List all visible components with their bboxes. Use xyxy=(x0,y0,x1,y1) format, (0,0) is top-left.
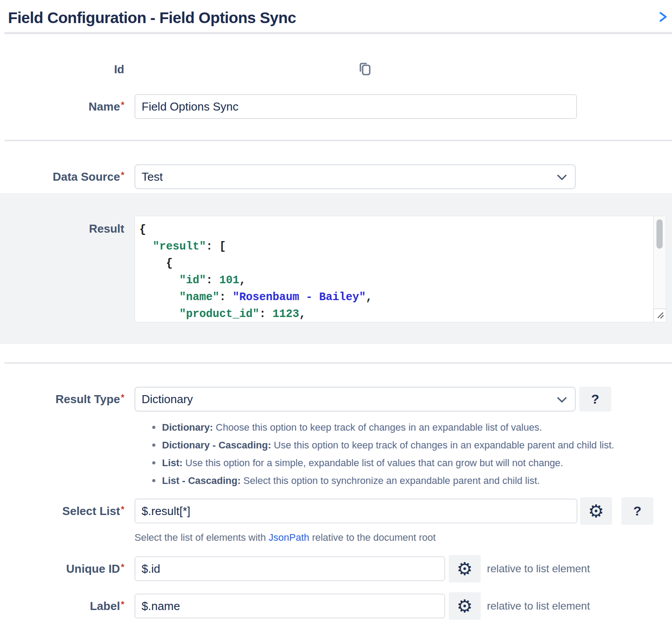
unique-id-input[interactable] xyxy=(134,556,445,581)
id-label: Id xyxy=(0,63,134,76)
help-item-dictionary-cascading: Dictionary - Cascading: Use this option … xyxy=(150,440,672,450)
resize-grip-icon xyxy=(656,310,664,321)
chevron-down-icon xyxy=(557,170,567,184)
data-source-select[interactable]: Test xyxy=(134,164,576,189)
select-list-settings-button[interactable]: ⚙ xyxy=(580,497,612,525)
result-type-select[interactable]: Dictionary xyxy=(134,387,576,412)
chevron-right-icon xyxy=(657,18,668,24)
required-asterisk: * xyxy=(121,504,124,514)
select-list-hint: Select the list of elements with JsonPat… xyxy=(134,532,672,543)
result-type-help-button[interactable]: ? xyxy=(579,387,611,412)
section-divider xyxy=(4,140,672,141)
collapse-panel-button[interactable] xyxy=(657,9,668,24)
result-scrollbar-thumb[interactable] xyxy=(656,219,663,249)
required-asterisk: * xyxy=(121,170,124,180)
required-asterisk: * xyxy=(121,562,124,572)
dialog-header: Field Configuration - Field Options Sync xyxy=(0,0,672,32)
gear-icon: ⚙ xyxy=(457,560,473,578)
result-json-content: { "result": [ { "id": 101, "name": "Rose… xyxy=(135,216,653,322)
result-type-help-list: Dictionary: Choose this option to keep t… xyxy=(150,422,672,486)
result-resize-handle[interactable] xyxy=(653,309,666,322)
help-item-list: List: Use this option for a simple, expa… xyxy=(150,458,672,468)
label-settings-button[interactable]: ⚙ xyxy=(449,592,481,620)
unique-id-row: Unique ID* ⚙ relative to list element xyxy=(0,555,672,582)
name-input[interactable] xyxy=(134,94,577,119)
result-scrollbar-track[interactable] xyxy=(653,216,666,322)
required-asterisk: * xyxy=(121,100,124,110)
result-label: Result xyxy=(0,216,134,236)
data-source-row: Data Source* Test xyxy=(0,164,672,189)
name-row: Name* xyxy=(0,94,672,119)
result-type-selected-value: Dictionary xyxy=(142,392,193,406)
label-hint: relative to list element xyxy=(487,600,590,612)
page-title: Field Configuration - Field Options Sync xyxy=(8,9,296,27)
unique-id-hint: relative to list element xyxy=(487,563,590,575)
data-source-selected-value: Test xyxy=(142,170,163,184)
copy-id-button[interactable] xyxy=(357,61,372,78)
jsonpath-link[interactable]: JsonPath xyxy=(269,532,309,543)
required-asterisk: * xyxy=(121,392,124,402)
help-item-dictionary: Dictionary: Choose this option to keep t… xyxy=(150,422,672,432)
unique-id-settings-button[interactable]: ⚙ xyxy=(449,555,481,582)
question-icon: ? xyxy=(633,503,641,519)
required-asterisk: * xyxy=(121,599,124,609)
help-item-list-cascading: List - Cascading: Select this option to … xyxy=(150,476,672,486)
result-type-row: Result Type* Dictionary ? xyxy=(0,387,672,412)
gear-icon: ⚙ xyxy=(588,502,604,520)
label-label: Label* xyxy=(0,599,134,613)
section-divider xyxy=(4,362,672,364)
result-type-label: Result Type* xyxy=(0,392,134,406)
select-list-input[interactable] xyxy=(134,499,577,523)
id-row: Id xyxy=(0,61,672,78)
chevron-down-icon xyxy=(557,392,567,406)
gear-icon: ⚙ xyxy=(457,597,473,615)
data-source-label: Data Source* xyxy=(0,170,134,184)
result-section: Result { "result": [ { "id": 101, "name"… xyxy=(0,193,672,344)
result-json-editor[interactable]: { "result": [ { "id": 101, "name": "Rose… xyxy=(134,216,666,322)
label-input[interactable] xyxy=(134,594,445,618)
unique-id-label: Unique ID* xyxy=(0,562,134,576)
result-row: Result { "result": [ { "id": 101, "name"… xyxy=(0,216,672,322)
label-row: Label* ⚙ relative to list element xyxy=(0,592,672,620)
name-label: Name* xyxy=(0,100,134,114)
select-list-row: Select List* ⚙ ? xyxy=(0,497,672,525)
header-divider xyxy=(4,32,672,34)
select-list-label: Select List* xyxy=(0,504,134,518)
select-list-help-button[interactable]: ? xyxy=(621,497,653,525)
copy-icon xyxy=(357,71,372,78)
question-icon: ? xyxy=(591,392,599,407)
